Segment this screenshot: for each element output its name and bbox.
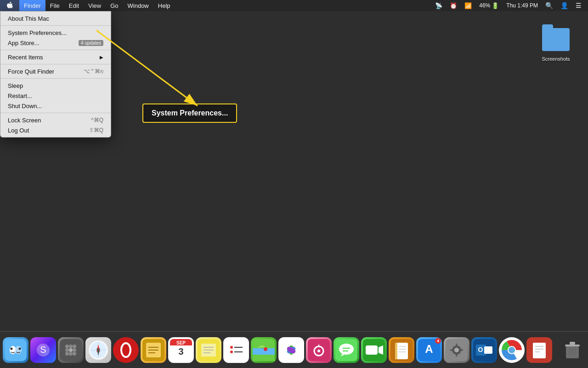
menubar-item-help[interactable]: Help: [153, 0, 175, 11]
svg-text:O: O: [478, 346, 483, 353]
menu-separator-4: [0, 78, 111, 79]
dock-icon-safari[interactable]: [85, 337, 111, 363]
dock-icon-ibooks[interactable]: [389, 337, 414, 363]
svg-point-44: [230, 346, 233, 349]
svg-point-12: [73, 345, 76, 348]
dock-icon-opera[interactable]: [113, 337, 139, 363]
svg-text:S: S: [40, 345, 46, 355]
menubar-right: 📡 ⏰ 📶 46% 🔋 Thu 1:49 PM 🔍 👤 ☰: [432, 0, 588, 11]
svg-point-6: [19, 347, 21, 350]
dock-icon-finder[interactable]: [3, 337, 28, 363]
submenu-arrow-icon: ▶: [100, 55, 103, 60]
svg-rect-96: [533, 343, 546, 358]
svg-point-13: [65, 348, 69, 352]
dock-icon-itunes[interactable]: [306, 337, 332, 363]
svg-point-14: [69, 348, 73, 352]
menubar-item-edit[interactable]: Edit: [64, 0, 84, 11]
notification-center-button[interactable]: ☰: [573, 0, 584, 11]
menu-shut-down[interactable]: Shut Down...: [0, 101, 111, 111]
dock-icon-reminders[interactable]: [223, 337, 249, 363]
user-icon[interactable]: 👤: [558, 0, 571, 11]
svg-point-11: [69, 345, 73, 348]
dock-icon-chrome[interactable]: [499, 337, 525, 363]
svg-rect-70: [366, 345, 378, 355]
dock-icon-messages[interactable]: [334, 337, 359, 363]
menu-recent-items[interactable]: Recent Items ▶: [0, 52, 111, 62]
menubar-item-go[interactable]: Go: [106, 0, 123, 11]
menubar-item-finder[interactable]: Finder: [19, 0, 45, 11]
menu-separator-1: [0, 25, 111, 26]
airdrop-status: 📡: [432, 0, 445, 11]
menubar-left: Finder File Edit View Go Window Help: [0, 0, 175, 11]
dock: S: [0, 331, 588, 368]
dock-icon-calendar[interactable]: SEP 3: [168, 337, 194, 363]
folder-icon-image: [541, 25, 571, 54]
svg-rect-102: [570, 342, 575, 345]
svg-point-62: [317, 350, 320, 352]
menu-log-out[interactable]: Log Out ⇧⌘Q: [0, 125, 111, 135]
svg-point-5: [11, 347, 13, 350]
apple-menu-dropdown: About This Mac System Preferences... App…: [0, 11, 111, 138]
battery-status: 46% 🔋: [476, 0, 502, 11]
svg-point-82: [454, 348, 459, 352]
svg-rect-50: [253, 355, 275, 361]
folder-label: Screenshots: [542, 56, 570, 62]
annotation-tooltip: System Preferences...: [142, 104, 237, 123]
folder-shape: [542, 28, 570, 51]
timemachine-status: ⏰: [447, 0, 460, 11]
svg-point-16: [65, 352, 69, 356]
svg-point-94: [509, 347, 515, 353]
svg-text:A: A: [425, 343, 433, 355]
menu-separator-2: [0, 50, 111, 50]
log-out-shortcut: ⇧⌘Q: [89, 127, 103, 133]
svg-point-10: [65, 345, 69, 348]
app-store-badge: 4 updates: [79, 40, 103, 46]
dock-icon-notefile[interactable]: [141, 337, 166, 363]
menubar-item-file[interactable]: File: [45, 0, 64, 11]
battery-icon: 🔋: [492, 2, 499, 9]
menubar-item-window[interactable]: Window: [123, 0, 153, 11]
svg-point-18: [73, 352, 76, 356]
dock-icon-launchpad[interactable]: [58, 337, 84, 363]
menubar-item-view[interactable]: View: [84, 0, 106, 11]
svg-text:3: 3: [178, 346, 183, 356]
dock-icon-system-preferences[interactable]: [444, 337, 469, 363]
menu-separator-3: [0, 64, 111, 64]
lock-screen-shortcut: ^⌘Q: [91, 117, 103, 123]
svg-point-15: [73, 348, 76, 352]
dock-icon-maps[interactable]: [251, 337, 277, 363]
svg-point-17: [69, 352, 73, 356]
svg-rect-74: [395, 343, 397, 359]
dock-icon-notes[interactable]: [196, 337, 221, 363]
dock-icon-trash[interactable]: [560, 337, 585, 363]
dock-icon-outlook[interactable]: O: [471, 337, 497, 363]
menu-lock-screen[interactable]: Lock Screen ^⌘Q: [0, 115, 111, 125]
clock-display: Thu 1:49 PM: [503, 0, 541, 11]
force-quit-shortcut: ⌥⌃⌘⎋: [84, 68, 103, 75]
dock-icon-photos[interactable]: [278, 337, 304, 363]
svg-point-45: [230, 351, 233, 353]
menu-force-quit[interactable]: Force Quit Finder ⌥⌃⌘⎋: [0, 66, 111, 76]
menubar: Finder File Edit View Go Window Help 📡 ⏰…: [0, 0, 588, 11]
spotlight-button[interactable]: 🔍: [543, 0, 556, 11]
svg-rect-89: [484, 346, 492, 354]
svg-rect-101: [565, 345, 580, 346]
menu-system-preferences[interactable]: System Preferences...: [0, 28, 111, 38]
wifi-status[interactable]: 📶: [462, 0, 475, 11]
apple-menu-button[interactable]: [0, 0, 19, 11]
dock-icon-textedit[interactable]: [526, 337, 552, 363]
svg-point-65: [339, 344, 354, 355]
menu-sleep[interactable]: Sleep: [0, 80, 111, 91]
menu-about-this-mac[interactable]: About This Mac: [0, 13, 111, 23]
dock-icon-facetime[interactable]: [361, 337, 387, 363]
battery-percent: 46%: [479, 2, 490, 9]
svg-text:SEP: SEP: [176, 340, 186, 345]
menu-separator-5: [0, 113, 111, 113]
dock-icon-siri[interactable]: S: [30, 337, 56, 363]
appstore-badge: 4: [435, 338, 441, 344]
screenshots-folder[interactable]: Screenshots: [537, 25, 574, 62]
svg-rect-43: [225, 339, 247, 361]
menu-app-store[interactable]: App Store... 4 updates: [0, 38, 111, 48]
menu-restart[interactable]: Restart...: [0, 91, 111, 101]
dock-icon-appstore[interactable]: A 4: [416, 337, 442, 363]
